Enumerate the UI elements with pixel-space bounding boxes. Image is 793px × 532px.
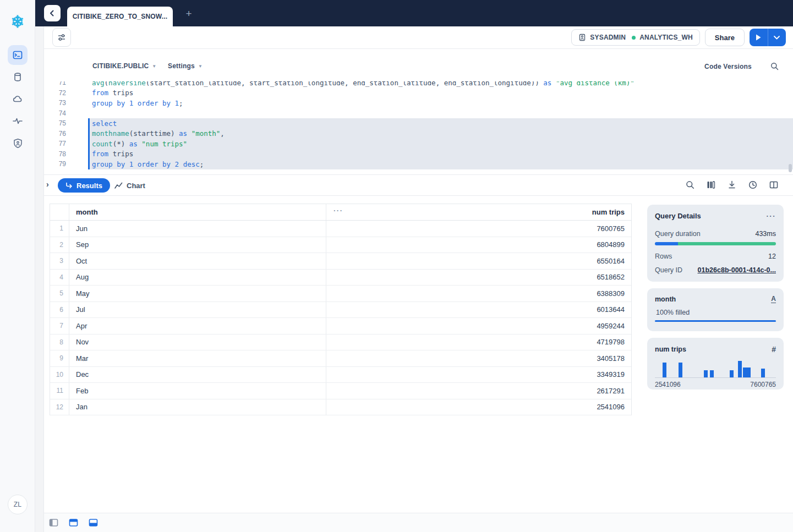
month-cell[interactable]: Aug xyxy=(69,270,326,286)
sidebar-item-worksheets[interactable] xyxy=(8,45,28,65)
num-trips-cell[interactable]: 4959244 xyxy=(326,318,631,334)
row-number-cell[interactable]: 5 xyxy=(50,286,69,301)
row-number-cell[interactable]: 9 xyxy=(50,350,69,366)
table-row[interactable]: 10Dec3349319 xyxy=(50,367,631,383)
tab-chart[interactable]: Chart xyxy=(114,178,145,193)
code-line[interactable]: 71avg(haversine(start_station_latitude, … xyxy=(44,81,793,88)
row-number-cell[interactable]: 6 xyxy=(50,302,69,318)
editor-scrollbar[interactable] xyxy=(789,164,792,172)
table-row[interactable]: 8Nov4719798 xyxy=(50,334,631,351)
tab-results[interactable]: Results xyxy=(58,178,110,193)
sql-editor[interactable]: 71avg(haversine(start_station_latitude, … xyxy=(44,81,793,174)
num-trips-cell[interactable]: 7600765 xyxy=(326,221,631,237)
code-line[interactable]: 72from trips xyxy=(44,88,793,98)
month-cell[interactable]: Jan xyxy=(69,399,326,415)
table-row[interactable]: 5May6388309 xyxy=(50,286,631,302)
row-number-cell[interactable]: 2 xyxy=(50,237,69,253)
table-row[interactable]: 12Jan2541096 xyxy=(50,399,631,416)
row-number-cell[interactable]: 7 xyxy=(50,318,69,334)
month-cell[interactable]: May xyxy=(69,286,326,301)
code-line[interactable]: 77count(*) as "num trips" xyxy=(44,139,793,149)
row-number-cell[interactable]: 10 xyxy=(50,367,69,383)
month-cell[interactable]: Sep xyxy=(69,237,326,253)
column-card-num-trips[interactable]: num trips # 2541096 7600765 xyxy=(647,338,784,390)
table-row[interactable]: 2Sep6804899 xyxy=(50,237,631,254)
month-cell[interactable]: Feb xyxy=(69,383,326,399)
code-line[interactable]: 74 xyxy=(44,108,793,119)
table-row[interactable]: 4Aug6518652 xyxy=(50,270,631,286)
worksheet-options-button[interactable] xyxy=(52,28,71,47)
sidebar-item-admin[interactable] xyxy=(8,133,28,153)
layout-top-panel-button[interactable] xyxy=(67,516,80,529)
query-id-link[interactable]: 01b26c8b-0001-414c-0... xyxy=(698,266,776,274)
row-number-cell[interactable]: 8 xyxy=(50,334,69,350)
layout-bottom-panel-button[interactable] xyxy=(86,516,100,529)
num-trips-cell[interactable]: 3405178 xyxy=(326,350,631,366)
column-menu-icon[interactable]: ··· xyxy=(333,206,343,215)
sidebar-item-activity[interactable] xyxy=(8,111,28,131)
session-context-selector[interactable]: SYSADMIN ANALYTICS_WH xyxy=(571,29,700,46)
sidebar-item-marketplace[interactable] xyxy=(8,89,28,109)
run-play-icon[interactable] xyxy=(750,29,768,46)
row-number-cell[interactable]: 1 xyxy=(50,221,69,237)
results-split-view-button[interactable] xyxy=(769,180,778,189)
month-cell[interactable]: Jul xyxy=(69,302,326,318)
terminal-icon xyxy=(13,50,23,60)
new-worksheet-button[interactable]: + xyxy=(183,8,195,20)
sidebar-item-data[interactable] xyxy=(8,67,28,87)
code-line[interactable]: 76monthname(starttime) as "month", xyxy=(44,129,793,139)
query-details-menu-icon[interactable]: ··· xyxy=(767,214,776,218)
editor-search-button[interactable] xyxy=(770,62,779,70)
share-button[interactable]: Share xyxy=(705,29,745,46)
results-download-button[interactable] xyxy=(728,180,736,189)
row-number-cell[interactable]: 12 xyxy=(50,399,69,415)
collapse-results-chevron[interactable]: › xyxy=(46,180,49,189)
num-trips-cell[interactable]: 4719798 xyxy=(326,334,631,350)
table-row[interactable]: 1Jun7600765 xyxy=(50,221,631,237)
code-versions-button[interactable]: Code Versions xyxy=(704,63,752,70)
results-table: month ··· num trips 1Jun76007652Sep68048… xyxy=(50,204,632,415)
num-trips-cell[interactable]: 6550164 xyxy=(326,253,631,269)
num-trips-cell[interactable]: 2541096 xyxy=(326,399,631,415)
table-row[interactable]: 3Oct6550164 xyxy=(50,253,631,270)
row-number-header[interactable] xyxy=(50,204,69,220)
column-header-num-trips[interactable]: ··· num trips xyxy=(326,204,631,220)
row-number-cell[interactable]: 4 xyxy=(50,270,69,286)
user-avatar[interactable]: ZL xyxy=(8,495,28,514)
results-columns-button[interactable] xyxy=(707,180,715,189)
results-history-button[interactable] xyxy=(748,180,757,189)
settings-dropdown[interactable]: Settings▼ xyxy=(168,62,203,70)
code-line[interactable]: 79group by 1 order by 2 desc; xyxy=(44,159,793,169)
back-button[interactable] xyxy=(44,5,61,21)
worksheet-tab[interactable]: CITIBIKE_ZERO_TO_SNOW... xyxy=(67,7,173,26)
column-card-month[interactable]: month A 100% filled xyxy=(647,288,784,331)
month-cell[interactable]: Jun xyxy=(69,221,326,237)
month-cell[interactable]: Apr xyxy=(69,318,326,334)
run-button[interactable] xyxy=(750,29,786,46)
row-number-cell[interactable]: 3 xyxy=(50,253,69,269)
num-trips-cell[interactable]: 6388309 xyxy=(326,286,631,301)
table-row[interactable]: 9Mar3405178 xyxy=(50,350,631,367)
num-trips-cell[interactable]: 6518652 xyxy=(326,270,631,286)
month-cell[interactable]: Mar xyxy=(69,350,326,366)
run-options-chevron[interactable] xyxy=(768,29,786,46)
table-row[interactable]: 6Jul6013644 xyxy=(50,302,631,319)
month-cell[interactable]: Dec xyxy=(69,367,326,383)
snowflake-logo-icon[interactable]: ❄ xyxy=(0,10,35,34)
code-line[interactable]: 78from trips xyxy=(44,149,793,160)
num-trips-cell[interactable]: 3349319 xyxy=(326,367,631,383)
month-cell[interactable]: Oct xyxy=(69,253,326,269)
database-context-dropdown[interactable]: CITIBIKE.PUBLIC▼ xyxy=(92,62,156,70)
layout-left-panel-button[interactable] xyxy=(47,516,60,529)
num-trips-cell[interactable]: 2617291 xyxy=(326,383,631,399)
results-search-button[interactable] xyxy=(686,180,694,189)
column-header-month[interactable]: month xyxy=(69,204,326,220)
row-number-cell[interactable]: 11 xyxy=(50,383,69,399)
num-trips-cell[interactable]: 6804899 xyxy=(326,237,631,253)
table-row[interactable]: 11Feb2617291 xyxy=(50,383,631,399)
table-row[interactable]: 7Apr4959244 xyxy=(50,318,631,334)
code-line[interactable]: 73group by 1 order by 1; xyxy=(44,98,793,108)
num-trips-cell[interactable]: 6013644 xyxy=(326,302,631,318)
code-line[interactable]: 75select xyxy=(44,118,793,129)
month-cell[interactable]: Nov xyxy=(69,334,326,350)
